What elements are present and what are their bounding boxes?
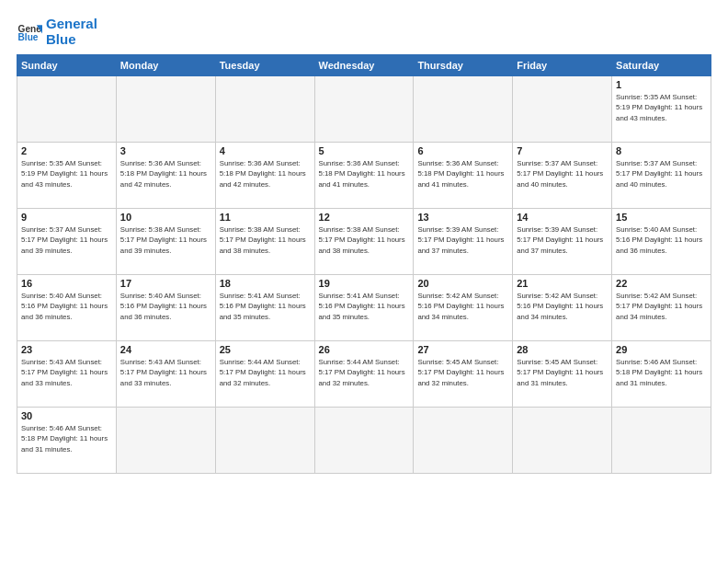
logo-general: General [46,16,97,31]
day-info: Sunrise: 5:39 AM Sunset: 5:17 PM Dayligh… [417,224,508,256]
calendar-cell: 24Sunrise: 5:43 AM Sunset: 5:17 PM Dayli… [116,341,215,408]
day-info: Sunrise: 5:41 AM Sunset: 5:16 PM Dayligh… [319,291,410,322]
day-number: 14 [517,212,608,223]
day-number: 27 [417,344,508,355]
calendar-cell: 13Sunrise: 5:39 AM Sunset: 5:17 PM Dayli… [414,209,513,275]
calendar-cell: 16Sunrise: 5:40 AM Sunset: 5:16 PM Dayli… [17,275,117,341]
day-number: 21 [517,278,608,289]
day-number: 1 [616,79,707,90]
calendar-cell [513,76,612,143]
day-number: 30 [21,410,112,421]
calendar-table: SundayMondayTuesdayWednesdayThursdayFrid… [17,54,711,474]
generalblue-logo-icon: General Blue [17,19,42,45]
day-info: Sunrise: 5:38 AM Sunset: 5:17 PM Dayligh… [220,224,311,256]
day-number: 5 [319,145,410,156]
day-info: Sunrise: 5:36 AM Sunset: 5:18 PM Dayligh… [220,158,311,190]
calendar-cell: 27Sunrise: 5:45 AM Sunset: 5:17 PM Dayli… [414,341,513,408]
day-info: Sunrise: 5:46 AM Sunset: 5:18 PM Dayligh… [21,423,112,454]
calendar-cell: 6Sunrise: 5:36 AM Sunset: 5:18 PM Daylig… [414,143,513,209]
day-number: 11 [220,212,311,223]
calendar-cell [314,76,414,143]
day-number: 28 [517,344,608,355]
calendar-cell: 19Sunrise: 5:41 AM Sunset: 5:16 PM Dayli… [314,275,414,341]
calendar-cell: 12Sunrise: 5:38 AM Sunset: 5:17 PM Dayli… [314,209,414,275]
day-number: 26 [319,344,410,355]
day-info: Sunrise: 5:41 AM Sunset: 5:16 PM Dayligh… [220,291,311,322]
day-info: Sunrise: 5:42 AM Sunset: 5:17 PM Dayligh… [616,291,707,322]
day-info: Sunrise: 5:36 AM Sunset: 5:18 PM Dayligh… [417,158,508,190]
calendar-cell: 18Sunrise: 5:41 AM Sunset: 5:16 PM Dayli… [215,275,314,341]
day-info: Sunrise: 5:43 AM Sunset: 5:17 PM Dayligh… [21,357,112,388]
calendar-cell [215,76,314,143]
calendar-week-row: 9Sunrise: 5:37 AM Sunset: 5:17 PM Daylig… [17,209,711,275]
calendar-cell: 22Sunrise: 5:42 AM Sunset: 5:17 PM Dayli… [612,275,711,341]
weekday-header-wednesday: Wednesday [314,55,414,76]
day-number: 13 [417,212,508,223]
weekday-header-monday: Monday [116,55,215,76]
day-number: 15 [616,212,707,223]
calendar-week-row: 16Sunrise: 5:40 AM Sunset: 5:16 PM Dayli… [17,275,711,341]
day-number: 18 [220,278,311,289]
day-info: Sunrise: 5:40 AM Sunset: 5:16 PM Dayligh… [616,224,707,256]
day-info: Sunrise: 5:38 AM Sunset: 5:17 PM Dayligh… [319,224,410,256]
day-info: Sunrise: 5:36 AM Sunset: 5:18 PM Dayligh… [319,158,410,190]
day-info: Sunrise: 5:45 AM Sunset: 5:17 PM Dayligh… [517,357,608,388]
calendar-cell [116,408,215,474]
day-number: 2 [21,145,112,156]
calendar-week-row: 30Sunrise: 5:46 AM Sunset: 5:18 PM Dayli… [17,408,711,474]
day-info: Sunrise: 5:39 AM Sunset: 5:17 PM Dayligh… [517,224,608,256]
calendar-cell: 5Sunrise: 5:36 AM Sunset: 5:18 PM Daylig… [314,143,414,209]
day-info: Sunrise: 5:37 AM Sunset: 5:17 PM Dayligh… [616,158,707,190]
calendar-cell: 8Sunrise: 5:37 AM Sunset: 5:17 PM Daylig… [612,143,711,209]
weekday-header-tuesday: Tuesday [215,55,314,76]
calendar-cell [17,76,117,143]
calendar-cell: 1Sunrise: 5:35 AM Sunset: 5:19 PM Daylig… [612,76,711,143]
day-number: 3 [120,145,211,156]
calendar-cell: 4Sunrise: 5:36 AM Sunset: 5:18 PM Daylig… [215,143,314,209]
day-info: Sunrise: 5:35 AM Sunset: 5:19 PM Dayligh… [616,92,707,123]
day-info: Sunrise: 5:40 AM Sunset: 5:16 PM Dayligh… [21,291,112,322]
day-info: Sunrise: 5:42 AM Sunset: 5:16 PM Dayligh… [417,291,508,322]
calendar-week-row: 23Sunrise: 5:43 AM Sunset: 5:17 PM Dayli… [17,341,711,408]
calendar-cell [414,76,513,143]
calendar-cell: 11Sunrise: 5:38 AM Sunset: 5:17 PM Dayli… [215,209,314,275]
day-number: 24 [120,344,211,355]
day-number: 25 [220,344,311,355]
day-number: 8 [616,145,707,156]
calendar-cell: 30Sunrise: 5:46 AM Sunset: 5:18 PM Dayli… [17,408,117,474]
calendar-header-row: SundayMondayTuesdayWednesdayThursdayFrid… [17,55,711,76]
header: General Blue General Blue [17,17,711,47]
day-number: 6 [417,145,508,156]
logo-blue: Blue [46,31,76,47]
day-info: Sunrise: 5:35 AM Sunset: 5:19 PM Dayligh… [21,158,112,190]
calendar-cell: 23Sunrise: 5:43 AM Sunset: 5:17 PM Dayli… [17,341,117,408]
calendar-cell [414,408,513,474]
calendar-cell: 14Sunrise: 5:39 AM Sunset: 5:17 PM Dayli… [513,209,612,275]
calendar-cell: 26Sunrise: 5:44 AM Sunset: 5:17 PM Dayli… [314,341,414,408]
calendar-cell: 21Sunrise: 5:42 AM Sunset: 5:16 PM Dayli… [513,275,612,341]
day-number: 17 [120,278,211,289]
calendar-week-row: 1Sunrise: 5:35 AM Sunset: 5:19 PM Daylig… [17,76,711,143]
day-number: 23 [21,344,112,355]
weekday-header-friday: Friday [513,55,612,76]
calendar-cell: 2Sunrise: 5:35 AM Sunset: 5:19 PM Daylig… [17,143,117,209]
day-number: 22 [616,278,707,289]
calendar-cell: 25Sunrise: 5:44 AM Sunset: 5:17 PM Dayli… [215,341,314,408]
day-info: Sunrise: 5:36 AM Sunset: 5:18 PM Dayligh… [120,158,211,190]
calendar-cell [314,408,414,474]
day-number: 7 [517,145,608,156]
calendar-cell: 29Sunrise: 5:46 AM Sunset: 5:18 PM Dayli… [612,341,711,408]
day-info: Sunrise: 5:44 AM Sunset: 5:17 PM Dayligh… [220,357,311,388]
weekday-header-saturday: Saturday [612,55,711,76]
weekday-header-thursday: Thursday [414,55,513,76]
day-number: 16 [21,278,112,289]
day-info: Sunrise: 5:46 AM Sunset: 5:18 PM Dayligh… [616,357,707,388]
logo: General Blue General Blue [17,17,97,47]
day-number: 9 [21,212,112,223]
calendar-cell [116,76,215,143]
page: General Blue General Blue SundayMondayTu… [0,0,728,563]
calendar-cell: 7Sunrise: 5:37 AM Sunset: 5:17 PM Daylig… [513,143,612,209]
calendar-cell: 9Sunrise: 5:37 AM Sunset: 5:17 PM Daylig… [17,209,117,275]
calendar-cell [215,408,314,474]
day-info: Sunrise: 5:37 AM Sunset: 5:17 PM Dayligh… [517,158,608,190]
